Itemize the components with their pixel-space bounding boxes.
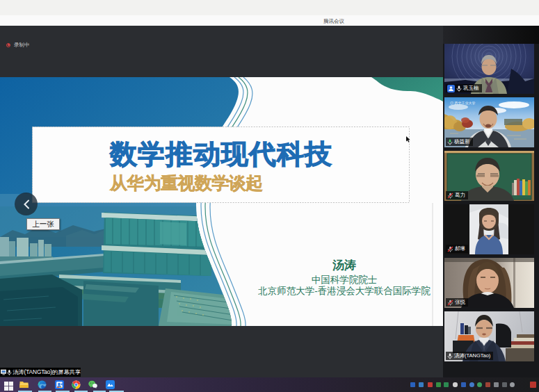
- svg-text:汤涛: 汤涛: [332, 259, 356, 272]
- svg-text:北京师范大学-香港浸会大学联合国际学院: 北京师范大学-香港浸会大学联合国际学院: [257, 286, 431, 296]
- svg-text:数学推动现代科技: 数学推动现代科技: [109, 139, 332, 169]
- svg-text:中国科学院院士: 中国科学院院士: [312, 275, 378, 285]
- svg-text:◎ 西北工业大学: ◎ 西北工业大学: [450, 101, 475, 106]
- svg-text:从华为重视数学谈起: 从华为重视数学谈起: [109, 173, 263, 193]
